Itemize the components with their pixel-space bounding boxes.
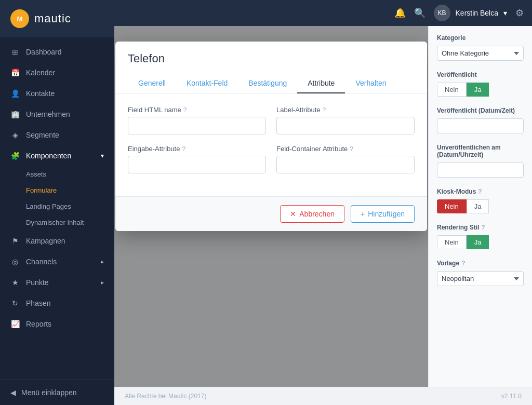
veroeffentlicht-toggle: Nein Ja	[437, 83, 524, 97]
sidebar-item-dynamischer-inhalt[interactable]: Dynamischer Inhalt	[26, 214, 114, 231]
sidebar-item-phasen[interactable]: ↻ Phasen	[0, 293, 114, 314]
collapse-label: Menü einklappen	[21, 388, 77, 397]
sidebar-item-channels[interactable]: ◎ Channels ▸	[0, 251, 114, 272]
sidebar-item-segmente[interactable]: ◈ Segmente	[0, 125, 114, 145]
sidebar-item-label: Phasen	[26, 299, 50, 307]
veroeffentlicht-label: Veröffentlicht	[437, 71, 524, 78]
sidebar-item-unternehmen[interactable]: 🏢 Unternehmen	[0, 104, 114, 125]
sidebar-item-reports[interactable]: 📈 Reports	[0, 314, 114, 334]
label-attribute-field: Label-Attribute ?	[276, 106, 415, 134]
topbar: 🔔 🔍 KB Kerstin Belca ▾ ⚙	[114, 0, 532, 26]
kiosk-ja-button[interactable]: Ja	[467, 199, 489, 213]
chevron-right-icon: ▸	[101, 258, 104, 265]
sidebar-item-dashboard[interactable]: ⊞ Dashboard	[0, 42, 114, 62]
company-icon: 🏢	[10, 110, 20, 118]
chevron-right-icon: ▸	[101, 279, 104, 286]
sidebar-item-label: Unternehmen	[26, 110, 70, 118]
sidebar-navigation: ⊞ Dashboard 📅 Kalender 👤 Kontakte 🏢 Unte…	[0, 37, 114, 380]
tab-bestaetigung[interactable]: Bestätigung	[238, 74, 297, 93]
sidebar-item-komponenten[interactable]: 🧩 Komponenten ▾	[0, 145, 114, 166]
veroeffentlicht-ja-button[interactable]: Ja	[467, 83, 489, 97]
logo-text: mautic	[34, 12, 71, 25]
cancel-button[interactable]: ✕ Abbrechen	[280, 205, 344, 223]
user-name: Kerstin Belca	[456, 9, 498, 17]
svg-text:M: M	[17, 15, 23, 23]
channels-icon: ◎	[10, 258, 20, 266]
user-dropdown-icon[interactable]: ▾	[503, 9, 507, 17]
modal-header: Telefon Generell Kontakt-Feld Bestätigun…	[115, 42, 427, 93]
tab-attribute[interactable]: Attribute	[297, 74, 345, 93]
sidebar-item-kontakte[interactable]: 👤 Kontakte	[0, 83, 114, 104]
calendar-icon: 📅	[10, 69, 20, 77]
add-button[interactable]: + Hinzufügen	[351, 205, 415, 223]
eingabe-attribute-label: Eingabe-Attribute ?	[128, 145, 266, 153]
sidebar-item-punkte[interactable]: ★ Punkte ▸	[0, 272, 114, 293]
notification-icon[interactable]: 🔔	[394, 7, 406, 19]
tab-verhalten[interactable]: Verhalten	[345, 74, 396, 93]
kiosk-nein-button[interactable]: Nein	[437, 199, 467, 213]
help-icon: ?	[323, 106, 326, 114]
help-icon: ?	[182, 145, 185, 153]
field-html-name-label: Field HTML name ?	[128, 106, 266, 114]
cancel-label: Abbrechen	[299, 210, 335, 218]
sidebar-item-label: Dashboard	[26, 48, 62, 56]
footer: Alle Rechte bei Mautic (2017) v2.11.0	[114, 387, 532, 405]
label-attribute-label: Label-Attribute ?	[276, 106, 415, 114]
pub-date-input[interactable]	[437, 118, 524, 133]
components-icon: 🧩	[10, 152, 20, 160]
plus-icon: +	[361, 210, 365, 218]
sidebar-item-assets[interactable]: Assets	[26, 166, 114, 182]
points-icon: ★	[10, 278, 20, 287]
version-text: v2.11.0	[501, 393, 522, 400]
sidebar-item-formulare[interactable]: Formulare	[26, 182, 114, 198]
modal-overlay: Telefon Generell Kontakt-Feld Bestätigun…	[114, 26, 428, 387]
komponenten-submenu: Assets Formulare Landing Pages Dynamisch…	[0, 166, 114, 231]
tab-generell[interactable]: Generell	[128, 74, 176, 93]
feld-container-attribute-input[interactable]	[276, 156, 415, 173]
rendering-ja-button[interactable]: Ja	[467, 235, 489, 249]
modal-footer: ✕ Abbrechen + Hinzufügen	[115, 196, 427, 231]
pub-date-section: Veröffentlicht (Datum/Zeit)	[437, 107, 524, 133]
unpub-date-input[interactable]	[437, 163, 524, 178]
kategorie-label: Kategorie	[437, 34, 524, 42]
sidebar-item-label: Kontakte	[26, 89, 55, 98]
stages-icon: ↻	[10, 299, 20, 307]
chevron-left-icon: ◀	[10, 388, 16, 397]
search-icon[interactable]: 🔍	[414, 7, 425, 19]
sidebar-item-kampagnen[interactable]: ⚑ Kampagnen	[0, 231, 114, 251]
veroeffentlicht-section: Veröffentlicht Nein Ja	[437, 71, 524, 97]
help-icon: ?	[183, 106, 187, 114]
segments-icon: ◈	[10, 131, 20, 139]
campaigns-icon: ⚑	[10, 237, 20, 245]
collapse-menu-button[interactable]: ◀ Menü einklappen	[0, 380, 114, 405]
modal-row-1: Field HTML name ? Label-Attribute ?	[128, 106, 415, 134]
form-area: & Schließen ✔ Anwenden 👤 Last Name	[114, 26, 428, 387]
veroeffentlicht-nein-button[interactable]: Nein	[437, 83, 467, 97]
sidebar-item-kalender[interactable]: 📅 Kalender	[0, 62, 114, 83]
main-area: 🔔 🔍 KB Kerstin Belca ▾ ⚙ & Schließen ✔ A…	[114, 0, 532, 405]
pub-date-label: Veröffentlicht (Datum/Zeit)	[437, 107, 524, 114]
rendering-toggle: Nein Ja	[437, 235, 524, 249]
cancel-icon: ✕	[290, 210, 296, 218]
eingabe-attribute-field: Eingabe-Attribute ?	[128, 145, 266, 173]
topbar-user: KB Kerstin Belca ▾	[434, 5, 507, 21]
sidebar-item-label: Punkte	[26, 278, 49, 287]
sidebar-item-landing-pages[interactable]: Landing Pages	[26, 198, 114, 214]
sidebar: M mautic ⊞ Dashboard 📅 Kalender 👤 Kontak…	[0, 0, 114, 405]
field-html-name-input[interactable]	[128, 117, 266, 134]
sidebar-item-label: Reports	[26, 320, 51, 328]
kategorie-section: Kategorie Ohne Kategorie	[437, 34, 524, 61]
kategorie-select[interactable]: Ohne Kategorie	[437, 46, 524, 61]
unpub-date-label: Unveröffentlichen am (Datum/Uhrzeit)	[437, 144, 524, 158]
modal-row-2: Eingabe-Attribute ? Feld-Container Attri…	[128, 145, 415, 173]
modal-title: Telefon	[128, 52, 415, 65]
vorlage-help-icon: ?	[461, 260, 465, 267]
eingabe-attribute-input[interactable]	[128, 156, 266, 173]
add-label: Hinzufügen	[368, 210, 405, 218]
label-attribute-input[interactable]	[276, 117, 415, 134]
rendering-nein-button[interactable]: Nein	[437, 235, 467, 249]
gear-icon[interactable]: ⚙	[515, 7, 524, 19]
vorlage-select[interactable]: Neopolitan	[437, 271, 524, 286]
sidebar-item-label: Channels	[26, 258, 57, 266]
tab-kontakt-feld[interactable]: Kontakt-Feld	[176, 74, 238, 93]
